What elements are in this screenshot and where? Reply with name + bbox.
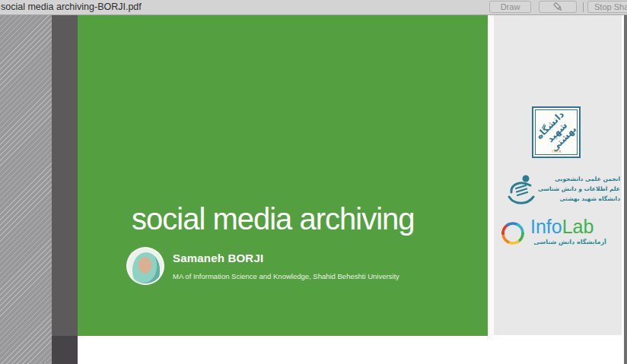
screen-share-view: { "titlebar": { "filename": "social medi…	[0, 0, 627, 364]
association-logo: انجمن علمی دانشجویی علم اطلاعات و دانش ش…	[504, 172, 614, 211]
association-line-1: انجمن علمی دانشجویی	[547, 175, 620, 185]
page-area-below-slide	[78, 336, 622, 364]
infolab-wordmark: InfoLab	[530, 216, 594, 238]
infolab-word-lab: Lab	[562, 216, 594, 237]
title-bar: social media archiving-BORJI.pdf Draw St…	[0, 0, 627, 15]
university-seal-logo: دانشگاه شهید بهشتی ۱۳۳۸	[532, 106, 581, 158]
infolab-word-info: Info	[530, 216, 562, 237]
author-avatar	[126, 247, 164, 285]
association-line-2: علم اطلاعات و دانش شناسی	[547, 185, 620, 195]
association-line-3: دانشگاه شهید بهشتی	[547, 195, 620, 204]
infolab-logo: InfoLab آزمایشگاه دانش شناسی	[497, 216, 619, 261]
stop-share-button[interactable]: Stop Sha	[587, 1, 627, 13]
toolbar-separator	[583, 2, 584, 12]
slide-side-panel: دانشگاه شهید بهشتی ۱۳۳۸ انجمن علمی دانشج…	[494, 15, 622, 335]
presentation-slide: social media archiving Samaneh BORJI MA …	[78, 15, 488, 336]
window-edge	[624, 15, 627, 364]
pen-tool-button[interactable]	[539, 1, 577, 13]
slide-title: social media archiving	[132, 202, 415, 236]
infolab-swirl-icon	[498, 219, 527, 251]
left-dark-strip-lower	[52, 336, 78, 364]
left-dark-strip	[52, 15, 78, 364]
association-text: انجمن علمی دانشجویی علم اطلاعات و دانش ش…	[547, 175, 620, 204]
draw-button[interactable]: Draw	[489, 1, 531, 13]
avatar-face-shape	[138, 257, 151, 274]
pen-icon	[552, 3, 563, 12]
infolab-caption: آزمایشگاه دانش شناسی	[530, 239, 609, 245]
slide-panel-gap	[488, 15, 494, 336]
out-of-bounds-hatch-area	[0, 15, 52, 364]
author-affiliation: MA of Information Science and Knowledge,…	[173, 272, 399, 280]
university-seal-year: ۱۳۳۸	[536, 148, 577, 154]
author-name: Samaneh BORJI	[173, 252, 263, 264]
left-dark-strip-upper	[52, 15, 78, 336]
university-seal-border: دانشگاه شهید بهشتی ۱۳۳۸	[535, 109, 578, 155]
reader-figure-icon	[504, 173, 536, 211]
document-title: social media archiving-BORJI.pdf	[1, 2, 142, 12]
